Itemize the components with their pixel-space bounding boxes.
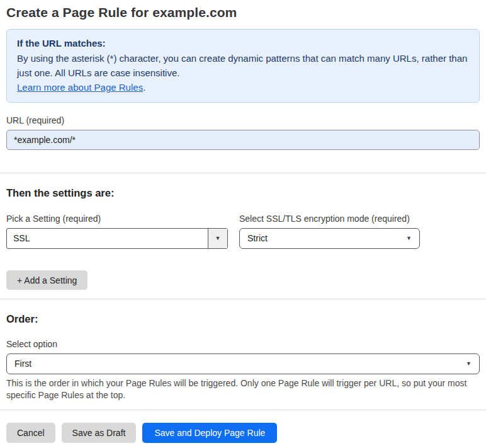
- setting-picker-arrow-button[interactable]: ▼: [208, 229, 227, 248]
- create-page-rule-form: Create a Page Rule for example.com If th…: [0, 5, 486, 448]
- mode-picker-column: Select SSL/TLS encryption mode (required…: [239, 199, 420, 249]
- info-box-body-text: By using the asterisk (*) character, you…: [17, 53, 467, 78]
- setting-picker-value: SSL: [7, 229, 208, 248]
- ssl-mode-select[interactable]: Strict ▼: [239, 228, 420, 249]
- footer-actions: Cancel Save as Draft Save and Deploy Pag…: [6, 423, 480, 443]
- info-box-heading: If the URL matches:: [17, 36, 469, 50]
- page-title: Create a Page Rule for example.com: [6, 5, 480, 20]
- learn-more-link[interactable]: Learn more about Page Rules: [17, 82, 143, 93]
- section-divider: [0, 410, 486, 410]
- chevron-down-icon: ▼: [406, 236, 412, 241]
- setting-picker-label: Pick a Setting (required): [6, 214, 228, 224]
- order-select-arrow: ▼: [466, 354, 472, 374]
- chevron-down-icon: ▼: [466, 361, 472, 367]
- section-divider: [0, 173, 486, 173]
- order-help-text: This is the order in which your Page Rul…: [6, 377, 480, 401]
- ssl-mode-arrow: ▼: [406, 229, 412, 248]
- url-input[interactable]: [6, 130, 480, 150]
- ssl-mode-value: Strict: [240, 229, 419, 248]
- info-box-link-line: Learn more about Page Rules.: [17, 80, 469, 95]
- save-and-deploy-button[interactable]: Save and Deploy Page Rule: [142, 423, 277, 443]
- section-divider: [0, 299, 486, 299]
- save-as-draft-button[interactable]: Save as Draft: [62, 423, 137, 443]
- order-select-label: Select option: [6, 339, 480, 349]
- add-setting-button[interactable]: + Add a Setting: [6, 270, 88, 290]
- link-suffix: .: [143, 82, 145, 93]
- chevron-down-icon: ▼: [215, 236, 221, 241]
- url-match-info-box: If the URL matches: By using the asteris…: [6, 29, 480, 103]
- order-section-heading: Order:: [6, 313, 480, 325]
- setting-picker-dropdown[interactable]: SSL ▼: [6, 228, 228, 249]
- order-select[interactable]: First ▼: [6, 353, 480, 374]
- url-field-label: URL (required): [6, 115, 480, 125]
- settings-section-heading: Then the settings are:: [6, 187, 480, 199]
- mode-picker-label: Select SSL/TLS encryption mode (required…: [239, 214, 420, 224]
- setting-picker-column: Pick a Setting (required) SSL ▼: [6, 199, 228, 249]
- info-box-body: By using the asterisk (*) character, you…: [17, 51, 469, 80]
- settings-picker-row: Pick a Setting (required) SSL ▼ Select S…: [6, 199, 480, 249]
- cancel-button[interactable]: Cancel: [6, 423, 55, 443]
- order-select-value: First: [7, 354, 479, 374]
